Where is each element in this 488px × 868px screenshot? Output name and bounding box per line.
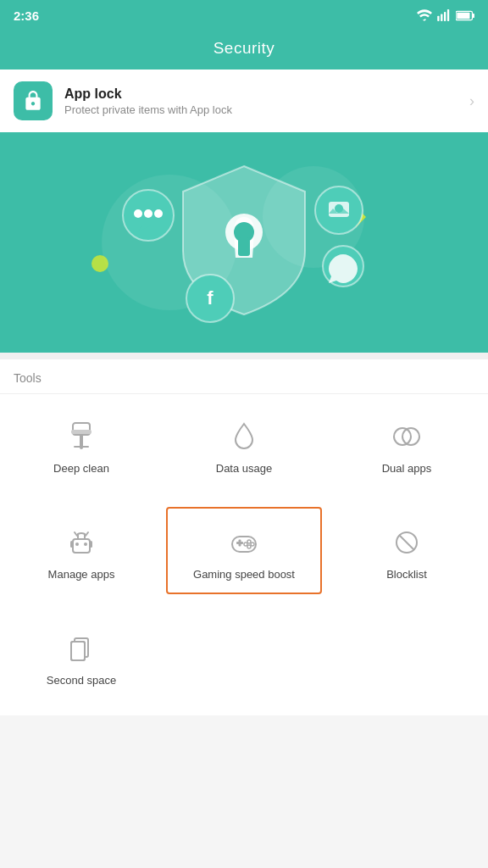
data-usage-label: Data usage [216, 462, 273, 475]
deep-clean-icon [63, 418, 100, 455]
manage-apps-label: Manage apps [48, 568, 115, 581]
svg-point-17 [144, 209, 152, 218]
svg-rect-1 [441, 14, 442, 21]
svg-text:f: f [207, 287, 214, 309]
svg-point-40 [247, 545, 251, 548]
security-banner: f [0, 132, 488, 353]
svg-rect-5 [457, 12, 469, 19]
dual-apps-label: Dual apps [382, 462, 432, 475]
svg-rect-0 [437, 16, 439, 21]
app-lock-title: App lock [64, 86, 469, 102]
tool-gaming-speed-boost[interactable]: Gaming speed boost [166, 507, 322, 594]
status-bar: 2:36 [0, 0, 488, 31]
svg-rect-2 [444, 12, 446, 21]
svg-rect-30 [73, 539, 90, 553]
gaming-speed-boost-label: Gaming speed boost [193, 568, 295, 581]
svg-point-39 [251, 542, 254, 546]
app-header: Security [0, 31, 488, 70]
banner-svg: f [0, 132, 488, 353]
status-time: 2:36 [14, 8, 39, 23]
dual-apps-icon [388, 418, 425, 455]
tool-deep-clean[interactable]: Deep clean [0, 403, 163, 487]
svg-point-16 [134, 209, 142, 218]
svg-point-38 [247, 540, 251, 543]
tools-grid-row3: Second space [0, 606, 488, 707]
svg-rect-26 [71, 430, 92, 434]
page-title: Security [214, 39, 275, 57]
svg-rect-37 [239, 540, 241, 547]
manage-apps-icon [63, 524, 100, 561]
battery-icon [456, 10, 474, 21]
second-space-icon [63, 630, 100, 667]
svg-line-43 [399, 535, 414, 550]
section-divider [0, 353, 488, 359]
tools-grid-row2: Manage apps Gaming speed boost [0, 495, 488, 606]
svg-rect-45 [71, 642, 85, 660]
tool-blocklist[interactable]: Blocklist [325, 504, 488, 598]
deep-clean-label: Deep clean [53, 462, 109, 475]
svg-rect-33 [70, 541, 73, 548]
tools-label: Tools [0, 359, 488, 394]
svg-rect-14 [238, 237, 250, 256]
signal-icon [437, 9, 451, 21]
app-lock-text: App lock Protect private items with App … [64, 86, 469, 116]
tools-section: Tools Deep clean [0, 359, 488, 715]
blocklist-icon [388, 524, 425, 561]
app-lock-icon [22, 90, 44, 112]
svg-point-18 [154, 209, 163, 218]
gaming-speed-boost-icon [225, 524, 263, 561]
svg-point-10 [92, 255, 108, 272]
data-usage-icon [225, 418, 263, 455]
blocklist-label: Blocklist [386, 568, 427, 581]
tool-manage-apps[interactable]: Manage apps [0, 504, 163, 598]
wifi-icon [417, 9, 432, 21]
svg-rect-6 [472, 13, 474, 17]
svg-point-31 [75, 542, 79, 546]
app-lock-icon-wrap [14, 81, 53, 120]
svg-rect-34 [90, 541, 92, 548]
svg-rect-3 [447, 9, 449, 21]
status-icons [417, 9, 474, 21]
second-space-label: Second space [47, 674, 116, 687]
tool-second-space[interactable]: Second space [0, 615, 163, 698]
app-lock-row[interactable]: App lock Protect private items with App … [0, 70, 488, 132]
tool-data-usage[interactable]: Data usage [163, 403, 325, 487]
app-lock-subtitle: Protect private items with App lock [64, 103, 469, 116]
tools-grid-row1: Deep clean Data usage Dual apps [0, 394, 488, 495]
chevron-right-icon: › [469, 92, 474, 110]
tool-dual-apps[interactable]: Dual apps [325, 403, 488, 487]
svg-point-32 [84, 542, 87, 546]
svg-point-41 [244, 542, 247, 546]
